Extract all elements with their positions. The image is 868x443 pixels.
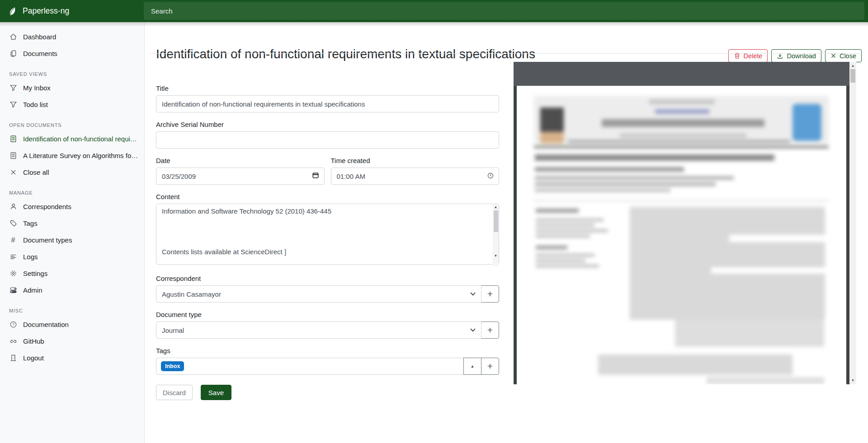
file-text-icon	[9, 135, 17, 143]
correspondent-label: Correspondent	[156, 275, 499, 282]
add-document-type-button[interactable]: +	[481, 322, 499, 339]
sidebar-item-documentation[interactable]: ? Documentation	[0, 316, 144, 333]
date-input[interactable]	[156, 168, 325, 185]
time-input[interactable]	[331, 168, 500, 185]
sidebar-item-label: Settings	[23, 270, 53, 277]
section-title-misc: MISC	[9, 308, 144, 313]
sidebar-item-dashboard[interactable]: Dashboard	[0, 28, 144, 45]
save-button[interactable]: Save	[201, 385, 231, 400]
close-icon	[9, 168, 17, 177]
scroll-down-icon[interactable]: ▼	[849, 377, 856, 384]
plus-icon: +	[487, 325, 493, 335]
sidebar-item-open-document-1[interactable]: Identification of non-functional require…	[0, 131, 144, 147]
sidebar-item-label: Admin	[23, 286, 48, 294]
sidebar-item-label: Document types	[23, 236, 77, 244]
title-input[interactable]	[156, 95, 499, 112]
sidebar-item-logs[interactable]: Logs	[0, 248, 144, 265]
leaf-logo-icon	[7, 6, 17, 16]
tags-dropdown-toggle-button[interactable]: ▲	[463, 358, 481, 375]
main-content: Identification of non-functional require…	[145, 22, 868, 443]
plus-icon: +	[487, 361, 493, 371]
hash-icon: #	[9, 236, 17, 244]
header-divider	[150, 53, 863, 54]
search-input[interactable]	[144, 2, 864, 20]
correspondent-select[interactable]: Agustin Casamayor	[156, 285, 481, 303]
document-type-label: Document type	[156, 311, 499, 318]
tags-label: Tags	[156, 347, 499, 354]
question-circle-icon: ?	[9, 321, 17, 329]
sidebar-item-my-inbox[interactable]: My Inbox	[0, 79, 144, 96]
sidebar-item-label: Logs	[23, 253, 43, 261]
add-correspondent-button[interactable]: +	[481, 285, 499, 303]
toggles-icon	[9, 286, 17, 294]
sidebar-item-tags[interactable]: Tags	[0, 215, 144, 232]
files-icon	[9, 50, 17, 58]
tag-badge-inbox[interactable]: Inbox	[161, 361, 184, 371]
plus-icon: +	[487, 289, 493, 298]
close-button[interactable]: Close	[825, 49, 862, 62]
sidebar-item-todo-list[interactable]: Todo list	[0, 96, 144, 113]
sidebar-item-close-all[interactable]: Close all	[0, 164, 144, 181]
scroll-up-icon[interactable]: ▲	[849, 62, 856, 69]
pdf-page	[517, 86, 846, 384]
content-textarea[interactable]: Information and Software Technology 52 (…	[156, 204, 499, 265]
document-edit-form: Title Archive Serial Number Date Time cr…	[156, 84, 499, 400]
sidebar-item-label: Identification of non-functional require…	[23, 135, 144, 143]
tag-icon	[9, 219, 17, 228]
sidebar-item-label: A Literature Survey on Algorithms for Mu…	[23, 152, 144, 159]
gear-icon	[9, 270, 17, 278]
sidebar-item-admin[interactable]: Admin	[0, 282, 144, 298]
asn-label: Archive Serial Number	[156, 121, 499, 128]
section-title-saved-views: SAVED VIEWS	[9, 71, 144, 77]
funnel-icon	[9, 84, 17, 92]
sidebar-item-settings[interactable]: Settings	[0, 265, 144, 282]
document-type-select[interactable]: Journal	[156, 322, 481, 339]
app-brand[interactable]: Paperless-ng	[0, 6, 145, 16]
sidebar-item-label: My Inbox	[23, 84, 56, 92]
title-label: Title	[156, 84, 499, 92]
pdf-toolbar	[514, 62, 849, 86]
download-button[interactable]: Download	[771, 49, 821, 62]
content-label: Content	[156, 193, 499, 201]
sidebar-item-correspondents[interactable]: Correspondents	[0, 198, 144, 215]
funnel-icon	[9, 101, 17, 109]
home-icon	[9, 33, 17, 41]
sidebar-item-label: Tags	[23, 219, 43, 227]
delete-button[interactable]: Delete	[728, 49, 768, 62]
sidebar-item-label: Todo list	[23, 101, 53, 108]
calendar-icon[interactable]	[312, 172, 319, 179]
sidebar-item-label: Dashboard	[23, 33, 61, 41]
sidebar: Dashboard Documents SAVED VIEWS My Inbox…	[0, 22, 145, 443]
sidebar-item-label: Documentation	[23, 321, 74, 328]
sidebar-item-label: Close all	[23, 168, 55, 176]
add-tag-button[interactable]: +	[481, 358, 499, 375]
link-icon	[9, 337, 17, 345]
sidebar-item-open-document-2[interactable]: A Literature Survey on Algorithms for Mu…	[0, 147, 144, 164]
date-label: Date	[156, 157, 325, 164]
file-text-icon	[9, 152, 17, 160]
sidebar-item-documents[interactable]: Documents	[0, 45, 144, 62]
sidebar-item-label: Documents	[23, 50, 63, 57]
svg-text:?: ?	[12, 322, 14, 326]
pdf-viewport	[514, 86, 849, 384]
clock-icon[interactable]	[487, 173, 494, 179]
section-title-manage: MANAGE	[9, 190, 144, 196]
discard-button[interactable]: Discard	[156, 385, 193, 400]
sidebar-item-logout[interactable]: Logout	[0, 350, 144, 366]
app-title: Paperless-ng	[23, 6, 69, 16]
sidebar-item-label: Logout	[23, 354, 49, 362]
person-icon	[9, 203, 17, 211]
tags-input[interactable]: Inbox	[156, 358, 464, 375]
archive-serial-number-input[interactable]	[156, 131, 499, 149]
pdf-scrollbar-thumb[interactable]	[850, 69, 855, 83]
sidebar-item-document-types[interactable]: # Document types	[0, 232, 144, 248]
sidebar-item-github[interactable]: GitHub	[0, 333, 144, 350]
sidebar-item-label: GitHub	[23, 337, 50, 345]
pdf-preview: ▲ ▼	[514, 62, 856, 384]
pdf-scrollbar[interactable]: ▲ ▼	[849, 62, 856, 384]
top-navbar: Paperless-ng	[0, 0, 868, 22]
log-lines-icon	[9, 253, 17, 261]
door-icon	[9, 354, 17, 362]
sidebar-item-label: Correspondents	[23, 203, 77, 210]
blurred-document-content	[517, 86, 846, 384]
